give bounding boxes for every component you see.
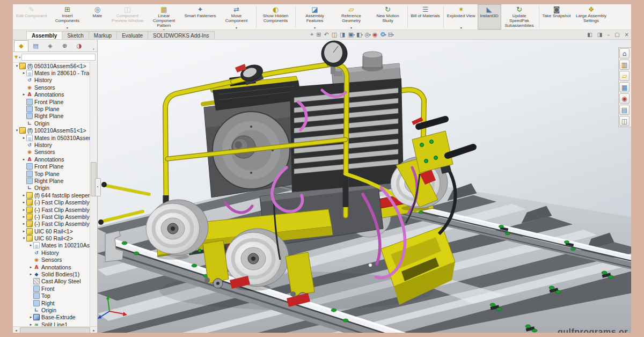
tree-item[interactable]: ▸ (f) 644 fastclip sleeper<1> (13, 192, 90, 199)
chevron-down-icon[interactable]: ▾ (361, 33, 363, 36)
tree-item[interactable]: ▸ (-) Fast Clip Assembly<3> (13, 213, 90, 220)
tree-item[interactable]: Right (13, 299, 90, 306)
graphics-area[interactable]: ⌂ ▥ ▱ ▦ ◉ (98, 40, 631, 333)
ribbon-button[interactable]: ☰ Bill of Materials ▾ (409, 4, 442, 30)
tree-item[interactable]: ▸ Mates in 280610 - Track Setting Ma (13, 69, 90, 76)
ribbon-button[interactable]: ↻ New Motion Study ▾ (370, 4, 406, 30)
tree-item[interactable]: Top Plane (13, 170, 90, 177)
tree-item[interactable]: Right Plane (13, 113, 90, 120)
tree-item[interactable]: Front (13, 285, 90, 292)
tree-horizontal-scrollbar[interactable]: ◂ ▸ (13, 326, 97, 333)
tree-item[interactable]: Top Plane (13, 105, 90, 112)
tree-item[interactable]: Origin (13, 120, 90, 127)
command-tab[interactable]: SOLIDWORKS Add-Ins (148, 31, 214, 39)
task-pane-button[interactable]: ⌂ (619, 48, 630, 58)
heads-up-icon[interactable]: ⊞ (316, 30, 321, 39)
task-pane-button[interactable]: ◫ (619, 116, 630, 126)
expand-arrow-icon[interactable]: ▾ (14, 128, 19, 133)
expand-arrow-icon[interactable]: ▸ (21, 71, 26, 75)
ribbon-button[interactable]: ✶ Exploded View ▾ (445, 4, 478, 30)
tree-item[interactable]: Cast Alloy Steel (13, 278, 90, 285)
ribbon-button[interactable]: ⊞ Insert Components ▾ (49, 4, 85, 30)
heads-up-icon[interactable]: ◉ (372, 30, 378, 39)
ribbon-button[interactable]: ◣ Instant3D ▾ (478, 4, 501, 30)
tree-item[interactable]: ▸ Mates in 100210Assem51 (13, 242, 90, 249)
tree-item[interactable]: ▸ (-) Fast Clip Assembly<4> (13, 221, 90, 228)
task-pane-button[interactable]: ▱ (619, 71, 630, 81)
command-tab[interactable]: Evaluate (116, 31, 148, 39)
command-tab[interactable]: Assembly (26, 31, 62, 39)
expand-arrow-icon[interactable]: ▸ (21, 136, 26, 140)
task-pane-button[interactable]: ▦ (619, 82, 630, 92)
tree-item[interactable]: ▸ UIC 60 Rail<1> (13, 228, 90, 235)
tree-item[interactable]: ▾ (f) 100210Assem51<1> (13, 127, 90, 134)
expand-arrow-icon[interactable]: ▾ (14, 64, 19, 68)
ribbon-button[interactable]: ⇄ Move Component ▾ (218, 4, 255, 30)
heads-up-icon[interactable]: ◫ (332, 30, 337, 39)
tree-item[interactable]: Right Plane (13, 177, 90, 184)
panel-tab[interactable]: ⊕ (57, 40, 72, 52)
task-pane-button[interactable]: ▤ (619, 105, 630, 115)
chevron-down-icon[interactable]: ▾ (369, 33, 371, 36)
ribbon-button[interactable]: ◫ Component Preview Window ▾ (109, 4, 145, 30)
chevron-down-icon[interactable]: ▾ (19, 55, 20, 59)
window-control-button[interactable]: – (607, 30, 610, 39)
ribbon-button[interactable]: ◐ Show Hidden Components ▾ (258, 4, 294, 30)
ribbon-button[interactable]: ✦ Smart Fasteners ▾ (182, 4, 218, 30)
expand-arrow-icon[interactable]: ▸ (21, 157, 26, 162)
chevron-down-icon[interactable]: ▾ (385, 33, 386, 36)
command-tab[interactable]: Markup (89, 31, 117, 39)
tree-item[interactable]: History (13, 77, 90, 84)
expand-arrow-icon[interactable]: ▾ (21, 236, 26, 240)
heads-up-icon[interactable]: ⌖ (310, 30, 313, 39)
panel-tab[interactable]: ▤ (28, 40, 43, 52)
expand-arrow-icon[interactable]: ▸ (21, 229, 26, 233)
ribbon-button[interactable]: ▱ Reference Geometry ▾ (333, 4, 370, 30)
ribbon-button[interactable]: ↻ Update SpeedPak Subassemblies ▾ (501, 4, 538, 30)
window-control-button[interactable]: ▢ (614, 30, 619, 39)
tree-item[interactable]: ▸ Base-Extrude (13, 314, 90, 321)
tree-item[interactable]: ▸ Mates in 050310Assem56 (13, 134, 90, 141)
expand-arrow-icon[interactable]: ▸ (21, 92, 26, 97)
ribbon-button[interactable]: ◙ Take Snapshot ▾ (540, 4, 573, 30)
tree-item[interactable]: ▸ Solid Bodies(1) (13, 270, 90, 277)
ribbon-button[interactable]: ❖ Large Assembly Settings ▾ (573, 4, 609, 30)
expand-arrow-icon[interactable]: ▸ (28, 315, 33, 319)
expand-arrow-icon[interactable]: ▸ (21, 222, 26, 226)
scroll-left-arrow[interactable]: ◂ (13, 328, 19, 333)
tree-item[interactable]: Front Plane (13, 163, 90, 170)
expand-arrow-icon[interactable]: ▸ (21, 208, 26, 212)
command-tab[interactable]: Sketch (62, 31, 89, 39)
expand-arrow-icon[interactable]: ▸ (28, 243, 33, 247)
panel-tab[interactable]: ◑ (72, 40, 86, 52)
ribbon-button[interactable]: ◎ Mate ▾ (85, 4, 109, 30)
tree-item[interactable]: Origin (13, 306, 90, 313)
tree-filter-input[interactable] (21, 54, 96, 61)
scrollbar-thumb[interactable] (20, 327, 90, 333)
tree-item[interactable]: Sensors (13, 149, 90, 156)
window-control-button[interactable]: ◧ (587, 30, 592, 39)
panel-tab[interactable]: ◈ (43, 40, 57, 52)
expand-arrow-icon[interactable]: ▸ (28, 265, 33, 269)
heads-up-icon[interactable]: ◨ (340, 30, 345, 39)
task-pane-button[interactable]: ◉ (619, 93, 630, 104)
tree-item[interactable]: Origin (13, 185, 90, 192)
panel-splitter-handle[interactable] (95, 178, 101, 196)
tree-item[interactable]: ▸ (-) Fast Clip Assembly<2> (13, 206, 90, 213)
window-control-button[interactable]: ◨ (597, 30, 602, 39)
tree-item[interactable]: ▸ Annotations (13, 156, 90, 163)
tree-item[interactable]: Front Plane (13, 98, 90, 105)
tree-item[interactable]: ▾ (f) 050310Assem56<1> (13, 62, 90, 69)
tree-item[interactable]: History (13, 141, 90, 148)
tree-item[interactable]: ▸ (-) Fast Clip Assembly<1> (13, 199, 90, 206)
panel-tab-overflow-arrow[interactable]: › (92, 46, 96, 52)
tree-item[interactable]: Sensors (13, 257, 90, 263)
filter-funnel-icon[interactable]: ▼ (14, 55, 18, 60)
tree-item[interactable]: ▾ UIC 60 Rail<2> (13, 235, 90, 241)
ribbon-button[interactable]: ◪ Assembly Features ▾ (297, 4, 333, 30)
scroll-right-arrow[interactable]: ▸ (91, 328, 97, 333)
heads-up-icon[interactable]: ↶ (324, 30, 328, 39)
expand-arrow-icon[interactable]: ▸ (21, 200, 26, 204)
tree-item[interactable]: History (13, 249, 90, 256)
ribbon-button[interactable]: ▦ Linear Component Pattern ▾ (145, 4, 182, 30)
